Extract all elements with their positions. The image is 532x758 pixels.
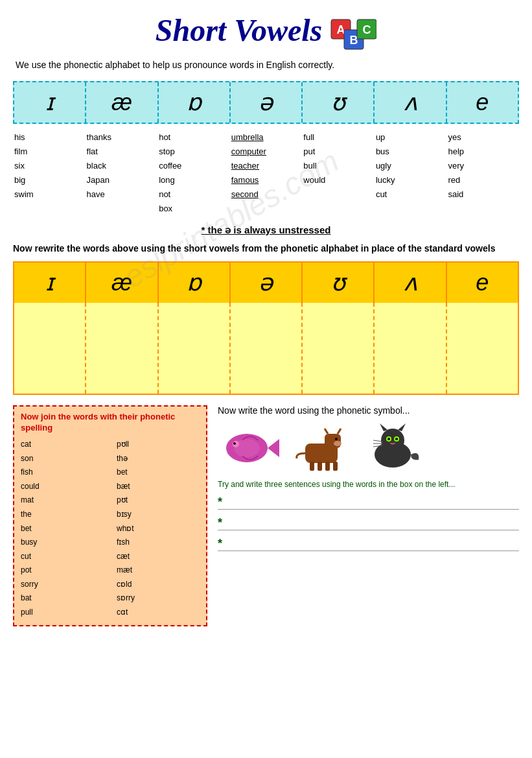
svg-rect-19 xyxy=(318,462,322,471)
ex-symbol-ae: æ xyxy=(86,263,158,303)
join-col-left: cat son fish could mat the bet busy cut … xyxy=(21,438,104,620)
svg-point-15 xyxy=(334,441,341,446)
symbol-e: e xyxy=(447,82,518,123)
svg-point-23 xyxy=(381,429,404,452)
ex-symbol-upsilon: ʊ xyxy=(303,263,375,303)
word-col-i: his film six big swim xyxy=(13,130,86,217)
sentences-instruction: Try and write three sentences using the … xyxy=(218,479,519,490)
exercise-col-o[interactable] xyxy=(159,303,231,394)
word-col-wedge: up bus ugly lucky cut xyxy=(375,130,447,217)
exercise-writing-area[interactable] xyxy=(14,303,518,394)
exercise-col-wedge[interactable] xyxy=(375,303,446,394)
abc-blocks-icon: A B C xyxy=(330,6,376,53)
word-col-o: hot stop coffee long not box xyxy=(157,130,230,217)
bullet-star-3: * xyxy=(218,537,222,551)
symbol-schwa: ə xyxy=(231,82,303,123)
sentence-input-1[interactable] xyxy=(226,497,519,507)
join-pairs: cat son fish could mat the bet busy cut … xyxy=(21,438,200,620)
svg-point-28 xyxy=(387,438,390,440)
ex-symbol-i: ɪ xyxy=(14,263,86,303)
sentence-input-3[interactable] xyxy=(226,539,519,549)
ex-symbol-schwa: ə xyxy=(231,263,303,303)
svg-text:C: C xyxy=(363,23,371,36)
svg-rect-21 xyxy=(333,462,338,471)
exercise-col-schwa[interactable] xyxy=(231,303,303,394)
header-section: Short Vowels A B C xyxy=(13,6,519,53)
svg-rect-18 xyxy=(310,462,314,471)
sentence-line-2[interactable]: * xyxy=(218,516,519,530)
svg-point-29 xyxy=(395,438,398,440)
bullet-star-1: * xyxy=(218,495,222,509)
word-columns: his film six big swim thanks flat black … xyxy=(13,130,519,217)
ex-symbol-wedge: ʌ xyxy=(375,263,446,303)
exercise-col-i[interactable] xyxy=(14,303,86,394)
bottom-section: Now join the words with their phonetic s… xyxy=(13,405,519,626)
exercise-col-e[interactable] xyxy=(447,303,518,394)
sentence-line-3[interactable]: * xyxy=(218,537,519,551)
join-box-title: Now join the words with their phonetic s… xyxy=(21,412,200,434)
symbol-i: ɪ xyxy=(14,82,86,123)
join-box: Now join the words with their phonetic s… xyxy=(13,405,207,626)
exercise-table: ɪ æ ɒ ə ʊ ʌ e xyxy=(13,261,519,395)
svg-line-17 xyxy=(338,429,341,434)
svg-point-10 xyxy=(234,439,260,457)
ex-symbol-o: ɒ xyxy=(159,263,231,303)
phonetic-symbols-bar: ɪ æ ɒ ə ʊ ʌ e xyxy=(13,81,519,124)
animal-images xyxy=(218,421,519,473)
bullet-star-2: * xyxy=(218,516,222,530)
fish-icon xyxy=(218,421,283,473)
svg-marker-24 xyxy=(380,423,387,431)
cat-icon xyxy=(360,421,425,473)
right-section: Now write the word using the phonetic sy… xyxy=(218,405,519,626)
symbol-ae: æ xyxy=(86,82,158,123)
svg-marker-25 xyxy=(398,423,406,431)
exercise-header: ɪ æ ɒ ə ʊ ʌ e xyxy=(14,263,518,303)
svg-point-14 xyxy=(335,438,338,440)
sentence-line-1[interactable]: * xyxy=(218,495,519,510)
sentence-input-2[interactable] xyxy=(226,518,519,528)
symbol-wedge: ʌ xyxy=(375,82,446,123)
write-phonetic-title: Now write the word using the phonetic sy… xyxy=(218,405,519,416)
svg-line-16 xyxy=(325,429,328,434)
svg-marker-9 xyxy=(268,439,279,457)
rewrite-instruction: Now rewrite the words above using the sh… xyxy=(13,243,519,255)
word-col-schwa: umbrella computer teacher famous second xyxy=(230,130,303,217)
ex-symbol-e: e xyxy=(447,263,518,303)
word-col-upsilon: full put bull would xyxy=(302,130,375,217)
exercise-col-ae[interactable] xyxy=(86,303,158,394)
join-col-right: pʊll thə bet bæt pʊt bɪsy whɒt fɪsh cæt … xyxy=(117,438,200,620)
schwa-note: * the ə is always unstressed xyxy=(13,224,519,236)
page-title: Short Vowels xyxy=(156,12,322,48)
svg-rect-20 xyxy=(325,462,330,471)
symbol-upsilon: ʊ xyxy=(303,82,375,123)
word-col-ae: thanks flat black Japan have xyxy=(86,130,158,217)
exercise-col-upsilon[interactable] xyxy=(303,303,375,394)
symbol-o: ɒ xyxy=(159,82,231,123)
bull-icon xyxy=(289,421,354,473)
intro-text: We use the phonectic alphabet to help us… xyxy=(16,58,519,72)
word-col-e: yes help very red said xyxy=(446,130,519,217)
